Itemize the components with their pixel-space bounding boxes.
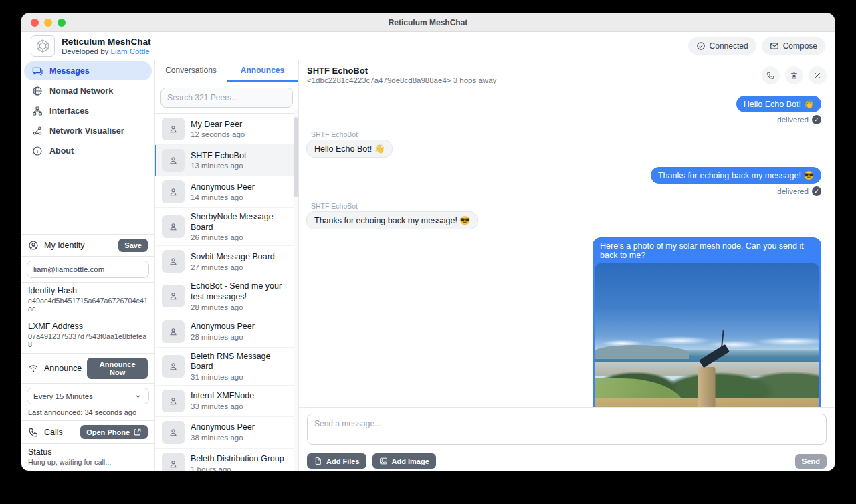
peer-time: 12 seconds ago bbox=[191, 130, 245, 138]
avatar bbox=[162, 421, 185, 444]
image-icon bbox=[379, 457, 388, 465]
delivery-status: delivered bbox=[777, 115, 821, 124]
peer-name: InternLXMFNode bbox=[191, 391, 254, 402]
call-peer-button[interactable] bbox=[762, 66, 780, 84]
sidebar-nav: Messages Nomad Network Interfaces bbox=[21, 60, 154, 162]
envelope-icon bbox=[770, 41, 779, 51]
tab-announces[interactable]: Announces bbox=[227, 60, 298, 82]
sidebar-item-label: About bbox=[49, 146, 74, 156]
sidebar: Messages Nomad Network Interfaces bbox=[21, 60, 155, 471]
file-icon bbox=[314, 457, 322, 465]
lxmf-address-value: 07a4912375337d7543f0aa1e8bfefea8 bbox=[28, 332, 148, 348]
peer-name: My Dear Peer bbox=[191, 120, 245, 130]
peer-list: My Dear Peer12 seconds ago SHTF EchoBot1… bbox=[155, 114, 298, 471]
sidebar-item-label: Interfaces bbox=[49, 106, 89, 116]
avatar bbox=[162, 453, 185, 471]
chat-peer-name: SHTF EchoBot bbox=[307, 66, 496, 77]
list-item[interactable]: EchoBot - Send me your test messages!28 … bbox=[155, 277, 298, 316]
scrollbar-thumb[interactable] bbox=[294, 117, 298, 197]
photo-message-bubble: Here's a photo of my solar mesh node. Ca… bbox=[593, 237, 821, 407]
peer-time: 28 minutes ago bbox=[191, 333, 255, 341]
list-item[interactable]: Anonymous Peer28 minutes ago bbox=[155, 316, 298, 348]
list-item-selected[interactable]: SHTF EchoBot13 minutes ago bbox=[155, 145, 298, 176]
avatar bbox=[162, 215, 185, 238]
external-link-icon bbox=[133, 428, 142, 436]
sidebar-item-nomad-network[interactable]: Nomad Network bbox=[24, 82, 152, 100]
person-icon bbox=[168, 396, 179, 406]
sidebar-item-label: Messages bbox=[49, 66, 90, 76]
peer-name: Anonymous Peer bbox=[191, 322, 255, 332]
close-chat-button[interactable] bbox=[809, 66, 827, 84]
announce-interval-select[interactable]: Every 15 Minutes bbox=[27, 388, 149, 404]
calls-label: Calls bbox=[44, 428, 63, 437]
peer-time: 27 minutes ago bbox=[191, 263, 275, 271]
status-value: Hung up, waiting for call... bbox=[28, 458, 148, 466]
person-icon bbox=[168, 459, 179, 469]
peers-column: Conversations Announces My Dear Peer12 s… bbox=[155, 60, 299, 471]
peer-list-scrollbar[interactable] bbox=[294, 110, 298, 471]
add-image-label: Add Image bbox=[392, 457, 429, 465]
connected-status-badge[interactable]: Connected bbox=[688, 37, 756, 55]
sidebar-item-network-visualiser[interactable]: Network Visualiser bbox=[24, 122, 152, 140]
message-sender: SHTF EchoBot bbox=[311, 130, 358, 138]
sidebar-item-about[interactable]: About bbox=[24, 142, 152, 160]
list-item[interactable]: My Dear Peer12 seconds ago bbox=[155, 114, 298, 145]
send-button[interactable]: Send bbox=[795, 454, 827, 469]
person-icon bbox=[168, 124, 179, 134]
add-files-button[interactable]: Add Files bbox=[307, 453, 366, 469]
sidebar-item-messages[interactable]: Messages bbox=[24, 61, 152, 80]
list-item[interactable]: Anonymous Peer38 minutes ago bbox=[155, 417, 298, 449]
sidebar-item-interfaces[interactable]: Interfaces bbox=[24, 102, 152, 120]
compose-button[interactable]: Compose bbox=[762, 37, 825, 55]
delivered-check-icon bbox=[812, 115, 821, 124]
avatar bbox=[162, 320, 185, 343]
delivered-check-icon bbox=[812, 186, 821, 196]
open-phone-button[interactable]: Open Phone bbox=[80, 425, 148, 439]
trash-icon bbox=[790, 71, 798, 80]
person-circle-icon bbox=[28, 240, 39, 251]
developer-link[interactable]: Liam Cottle bbox=[111, 47, 150, 55]
announce-now-button[interactable]: Announce Now bbox=[87, 358, 148, 379]
list-item[interactable]: InternLXMFNode33 minutes ago bbox=[155, 386, 298, 417]
message-list[interactable]: Hello Echo Bot! 👋 delivered SHTF EchoBot… bbox=[299, 90, 835, 407]
tab-conversations[interactable]: Conversations bbox=[155, 60, 227, 82]
message-outgoing-photo: Here's a photo of my solar mesh node. Ca… bbox=[306, 237, 821, 407]
list-item[interactable]: Beleth RNS Message Board31 minutes ago bbox=[155, 348, 298, 386]
list-item[interactable]: Sovbit Message Board27 minutes ago bbox=[155, 246, 298, 277]
message-input[interactable] bbox=[307, 414, 827, 445]
search-peers-input[interactable] bbox=[160, 88, 293, 108]
message-bubble: Thanks for echoing back my message! 😎 bbox=[651, 167, 821, 184]
message-outgoing: Thanks for echoing back my message! 😎 de… bbox=[306, 167, 821, 196]
sidebar-item-label: Nomad Network bbox=[49, 86, 113, 96]
message-incoming: SHTF EchoBot Hello Echo Bot! 👋 bbox=[306, 130, 821, 158]
solar-mesh-node-photo[interactable] bbox=[595, 263, 819, 407]
compose-label: Compose bbox=[783, 41, 817, 51]
message-outgoing: Hello Echo Bot! 👋 delivered bbox=[306, 96, 821, 124]
close-icon bbox=[813, 71, 822, 80]
peer-name: Anonymous Peer bbox=[191, 422, 255, 433]
avatar bbox=[162, 285, 185, 307]
developed-by-text: Developed by bbox=[62, 47, 108, 55]
peer-time: 26 minutes ago bbox=[191, 233, 294, 241]
delete-conversation-button[interactable] bbox=[785, 66, 803, 84]
chat-icon bbox=[32, 66, 43, 76]
message-bubble: Thanks for echoing back my message! 😎 bbox=[306, 211, 478, 229]
identity-hash-label: Identity Hash bbox=[28, 286, 148, 295]
peer-name: Beleth RNS Message Board bbox=[191, 352, 294, 372]
list-item[interactable]: Beleth Distribution Group1 hours ago bbox=[155, 449, 298, 471]
announce-interval-value: Every 15 Minutes bbox=[33, 392, 93, 400]
announce-row: Announce Announce Now bbox=[21, 354, 154, 384]
save-button[interactable]: Save bbox=[118, 239, 148, 252]
person-icon bbox=[168, 221, 179, 232]
lxmf-address-label: LXMF Address bbox=[28, 322, 148, 331]
identity-name-input[interactable] bbox=[27, 261, 149, 278]
peer-name: Anonymous Peer bbox=[191, 182, 255, 193]
peer-name: SHTF EchoBot bbox=[191, 151, 246, 162]
list-item[interactable]: Anonymous Peer14 minutes ago bbox=[155, 176, 298, 208]
list-item[interactable]: SherbyNode Message Board26 minutes ago bbox=[155, 208, 298, 246]
sidebar-bottom-panel: My Identity Save Identity Hash e49ac4d5b… bbox=[21, 234, 154, 471]
peer-time: 38 minutes ago bbox=[191, 434, 255, 442]
identity-hash-value: e49ac4d5b451715a647a6726704c41ac bbox=[28, 297, 148, 313]
peer-name: Sovbit Message Board bbox=[191, 252, 275, 263]
add-image-button[interactable]: Add Image bbox=[372, 453, 436, 469]
